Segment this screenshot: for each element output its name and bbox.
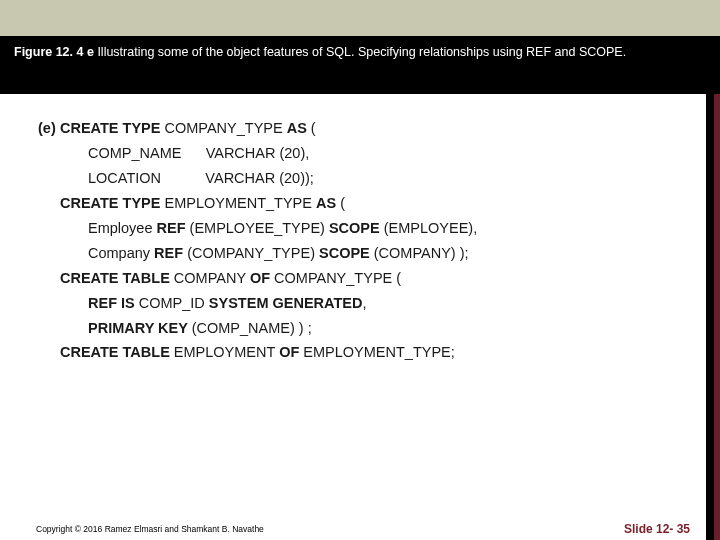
code-line-1: CREATE TYPE COMPANY_TYPE AS (	[60, 116, 680, 141]
code-line-8: REF IS COMP_ID SYSTEM GENERATED,	[60, 291, 680, 316]
figure-label: Figure 12. 4 e	[14, 45, 94, 59]
code-line-5: Employee REF (EMPLOYEE_TYPE) SCOPE (EMPL…	[60, 216, 680, 241]
code-line-10: CREATE TABLE EMPLOYMENT OF EMPLOYMENT_TY…	[60, 340, 680, 365]
side-stripe-maroon	[714, 94, 720, 540]
example-marker: (e)	[38, 116, 56, 141]
code-line-7: CREATE TABLE COMPANY OF COMPANY_TYPE (	[60, 266, 680, 291]
slide-number: Slide 12- 35	[624, 522, 690, 536]
figure-caption-text: Illustrating some of the object features…	[94, 45, 626, 59]
footer: Copyright © 2016 Ramez Elmasri and Shamk…	[0, 514, 720, 540]
code-line-2: COMP_NAME VARCHAR (20),	[60, 141, 680, 166]
sql-code-block: (e) CREATE TYPE COMPANY_TYPE AS ( COMP_N…	[0, 94, 720, 365]
side-stripe-black	[706, 94, 714, 540]
code-line-6: Company REF (COMPANY_TYPE) SCOPE (COMPAN…	[60, 241, 680, 266]
figure-caption: Figure 12. 4 e Illustrating some of the …	[0, 36, 720, 94]
code-line-3: LOCATION VARCHAR (20));	[60, 166, 680, 191]
code-line-9: PRIMARY KEY (COMP_NAME) ) ;	[60, 316, 680, 341]
top-color-band	[0, 0, 720, 36]
content-area: (e) CREATE TYPE COMPANY_TYPE AS ( COMP_N…	[0, 94, 720, 540]
code-line-4: CREATE TYPE EMPLOYMENT_TYPE AS (	[60, 191, 680, 216]
side-stripe	[706, 94, 720, 540]
copyright-text: Copyright © 2016 Ramez Elmasri and Shamk…	[36, 524, 264, 534]
